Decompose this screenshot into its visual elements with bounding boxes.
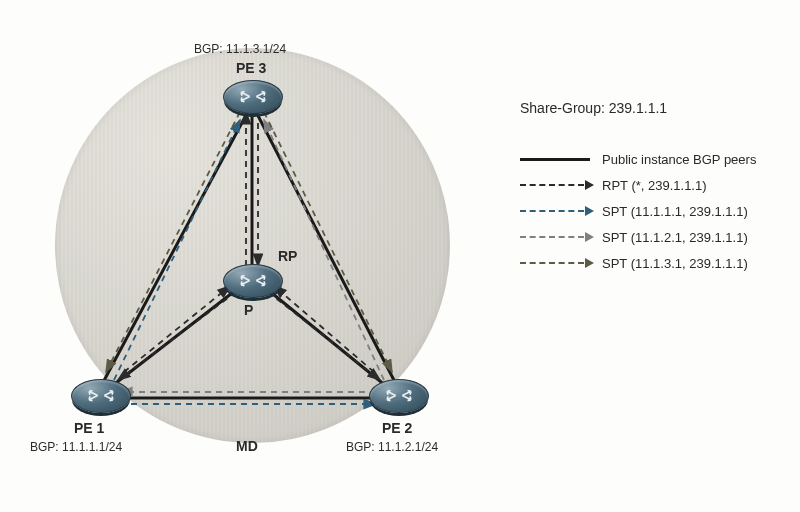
svg-line-9 — [124, 286, 230, 372]
legend-swatch-dashed — [520, 254, 594, 272]
legend-label: SPT (11.1.3.1, 239.1.1.1) — [602, 256, 748, 271]
legend-swatch-dashed — [520, 202, 594, 220]
router-arrows-icon — [236, 270, 270, 292]
legend-row-rpt: RPT (*, 239.1.1.1) — [520, 172, 790, 198]
legend-row-spt3: SPT (11.1.3.1, 239.1.1.1) — [520, 250, 790, 276]
legend-label: RPT (*, 239.1.1.1) — [602, 178, 707, 193]
router-pe1 — [71, 379, 131, 413]
svg-line-1 — [252, 104, 398, 388]
legend-swatch-dashed — [520, 228, 594, 246]
pe2-bgp-label: BGP: 11.1.2.1/24 — [346, 440, 438, 454]
router-pe2 — [369, 379, 429, 413]
svg-line-5 — [268, 290, 386, 386]
legend: Share-Group: 239.1.1.1 Public instance B… — [520, 100, 790, 276]
svg-line-0 — [100, 104, 252, 388]
legend-label: SPT (11.1.2.1, 239.1.1.1) — [602, 230, 748, 245]
pe2-name-label: PE 2 — [382, 420, 412, 436]
router-arrows-icon — [236, 86, 270, 108]
legend-swatch-solid — [520, 150, 594, 168]
svg-line-16 — [106, 112, 240, 372]
router-arrows-icon — [84, 385, 118, 407]
legend-row-spt2: SPT (11.1.2.1, 239.1.1.1) — [520, 224, 790, 250]
svg-line-11 — [274, 286, 374, 372]
rp-role-label: RP — [278, 248, 297, 264]
router-p-rp — [223, 264, 283, 298]
svg-line-13 — [114, 120, 240, 380]
router-arrows-icon — [382, 385, 416, 407]
legend-title: Share-Group: 239.1.1.1 — [520, 100, 790, 116]
legend-row-bgp: Public instance BGP peers — [520, 146, 790, 172]
legend-label: SPT (11.1.1.1, 239.1.1.1) — [602, 204, 748, 219]
legend-label: Public instance BGP peers — [602, 152, 756, 167]
pe1-bgp-label: BGP: 11.1.1.1/24 — [30, 440, 122, 454]
md-domain-label: MD — [236, 438, 258, 454]
router-pe3 — [223, 80, 283, 114]
legend-row-spt1: SPT (11.1.1.1, 239.1.1.1) — [520, 198, 790, 224]
pe1-name-label: PE 1 — [74, 420, 104, 436]
pe3-bgp-label: BGP: 11.1.3.1/24 — [194, 42, 286, 56]
p-name-label: P — [244, 302, 253, 318]
pe3-name-label: PE 3 — [236, 60, 266, 76]
legend-swatch-dashed — [520, 176, 594, 194]
diagram-canvas: BGP: 11.1.3.1/24 PE 3 RP P PE 1 BGP: 11.… — [0, 0, 800, 512]
